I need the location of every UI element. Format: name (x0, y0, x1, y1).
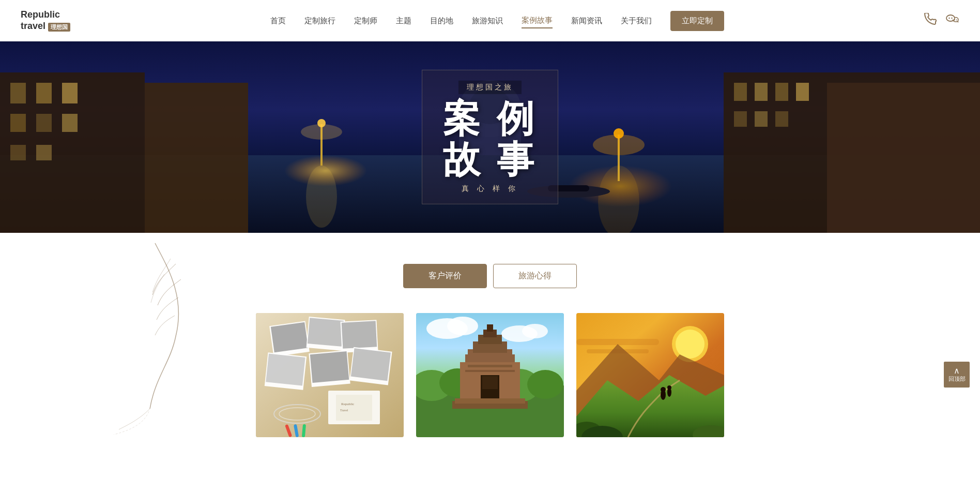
svg-rect-57 (336, 395, 372, 421)
back-to-top-button[interactable]: ∧ 回顶部 (944, 362, 970, 388)
svg-rect-45 (271, 322, 308, 353)
hero-title: 案 例故 事 (443, 98, 537, 180)
svg-rect-83 (482, 376, 498, 389)
svg-rect-51 (266, 353, 305, 385)
svg-rect-53 (310, 351, 349, 383)
svg-point-3 (954, 20, 955, 21)
svg-rect-20 (734, 83, 747, 101)
svg-rect-24 (734, 111, 747, 127)
phone-icon[interactable] (924, 13, 937, 28)
nav-cases[interactable]: 案例故事 (522, 13, 553, 28)
svg-rect-17 (36, 145, 52, 160)
hero-text: 理想国之旅 案 例故 事 真 心 样 你 (422, 70, 558, 204)
content-tabs: 客户评价 旅游心得 (403, 264, 577, 288)
svg-rect-23 (796, 83, 809, 101)
svg-rect-21 (755, 83, 768, 101)
svg-point-74 (527, 370, 563, 399)
logo-text-en: Republic travel 理想国 (21, 9, 70, 32)
svg-point-96 (661, 387, 666, 392)
svg-rect-47 (308, 318, 344, 347)
cards-container: Republic Travel (252, 313, 728, 437)
svg-text:Republic: Republic (341, 402, 354, 406)
nav-news[interactable]: 新闻资讯 (571, 14, 602, 28)
nav-customizer[interactable]: 定制师 (354, 14, 377, 28)
svg-rect-12 (62, 83, 78, 103)
svg-rect-26 (775, 111, 788, 127)
hero-subtitle: 理想国之旅 (458, 81, 522, 94)
nav-theme[interactable]: 主题 (396, 14, 411, 28)
svg-rect-81 (487, 324, 493, 332)
svg-point-2 (951, 18, 952, 19)
logo-text-cn: 理想国 (48, 23, 70, 32)
card-photos[interactable]: Republic Travel (256, 313, 404, 437)
nav-about[interactable]: 关于我们 (621, 14, 652, 28)
svg-point-90 (676, 330, 705, 359)
svg-rect-22 (775, 83, 788, 101)
svg-rect-49 (342, 321, 377, 348)
svg-rect-19 (827, 83, 980, 233)
logo[interactable]: Republic travel 理想国 (21, 9, 70, 32)
nav-knowledge[interactable]: 旅游知识 (472, 14, 503, 28)
svg-rect-14 (36, 114, 52, 132)
hero-background: 理想国之旅 案 例故 事 真 心 样 你 (0, 41, 980, 233)
svg-point-39 (306, 166, 337, 228)
svg-point-4 (956, 20, 957, 21)
svg-rect-13 (10, 114, 26, 132)
contact-icons (924, 12, 959, 29)
svg-rect-9 (145, 83, 248, 233)
nav-destination[interactable]: 目的地 (430, 14, 453, 28)
nav-custom-travel[interactable]: 定制旅行 (304, 14, 335, 28)
main-nav: 首页 定制旅行 定制师 主题 目的地 旅游知识 案例故事 新闻资讯 关于我们 立… (270, 11, 724, 31)
svg-point-69 (522, 324, 548, 338)
site-header: Republic travel 理想国 首页 定制旅行 定制师 主题 目的地 旅… (0, 0, 980, 41)
card-mountain[interactable] (576, 313, 724, 437)
nav-home[interactable]: 首页 (270, 14, 286, 28)
cta-button[interactable]: 立即定制 (670, 11, 724, 31)
hero-tagline: 真 心 样 你 (443, 184, 537, 194)
svg-point-35 (301, 124, 342, 140)
svg-rect-55 (351, 348, 391, 381)
feather-decoration (103, 233, 207, 440)
tab-customer-review[interactable]: 客户评价 (403, 264, 487, 288)
svg-rect-16 (10, 145, 26, 160)
svg-rect-25 (755, 111, 768, 127)
svg-rect-87 (455, 398, 525, 404)
svg-point-98 (667, 385, 671, 390)
svg-point-38 (593, 135, 645, 155)
svg-point-0 (946, 15, 955, 21)
card-temple[interactable] (416, 313, 564, 437)
svg-text:Travel: Travel (340, 409, 348, 412)
svg-rect-85 (465, 370, 515, 372)
svg-rect-10 (10, 83, 26, 103)
svg-rect-11 (36, 83, 52, 103)
back-to-top-label: 回顶部 (948, 375, 966, 383)
back-to-top-arrow: ∧ (954, 367, 960, 375)
hero-section: 理想国之旅 案 例故 事 真 心 样 你 (0, 41, 980, 233)
svg-point-1 (948, 18, 950, 19)
tab-travel-tips[interactable]: 旅游心得 (493, 264, 577, 288)
svg-rect-84 (468, 365, 512, 367)
svg-rect-15 (62, 114, 78, 132)
main-content: 客户评价 旅游心得 (0, 233, 980, 458)
wechat-icon[interactable] (946, 12, 959, 29)
svg-point-67 (447, 317, 478, 335)
